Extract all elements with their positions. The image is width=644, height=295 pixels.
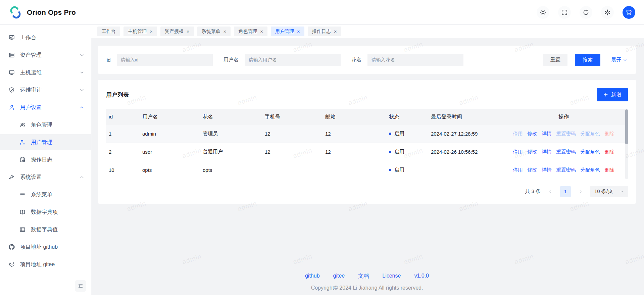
close-icon[interactable]: × — [150, 29, 153, 34]
search-field-label: 花名 — [351, 57, 361, 63]
table-scrollbar[interactable] — [625, 109, 628, 179]
tab-label: 用户管理 — [275, 29, 294, 35]
action-detail[interactable]: 详情 — [542, 149, 552, 155]
sidebar-item-label: 用户设置 — [20, 104, 42, 111]
chevron-down-icon — [620, 190, 624, 194]
prev-page-button[interactable] — [546, 187, 555, 196]
tab-system-menu[interactable]: 系统菜单× — [197, 27, 231, 36]
search-card: id用户名花名 重置 搜索 展开 — [98, 46, 636, 74]
sidebar-item-system-settings[interactable]: 系统设置 — [0, 169, 91, 185]
close-icon[interactable]: × — [260, 29, 263, 34]
action-assign-role[interactable]: 分配角色 — [581, 167, 600, 173]
sidebar-item-host-ops[interactable]: 主机运维 — [0, 64, 91, 81]
tab-role-mgmt[interactable]: 角色管理× — [234, 27, 267, 36]
footer-link-xx[interactable]: 文档 — [358, 273, 369, 280]
close-icon[interactable]: × — [334, 29, 337, 34]
sidebar-item-user-mgmt[interactable]: 用户管理 — [0, 134, 91, 150]
footer-link-github[interactable]: github — [305, 273, 320, 280]
page-number-button[interactable]: 1 — [560, 186, 571, 197]
tab-label: 资产授权 — [165, 29, 184, 35]
settings-icon — [604, 9, 611, 16]
action-detail[interactable]: 详情 — [542, 167, 552, 173]
action-reset-password[interactable]: 重置密码 — [556, 149, 576, 155]
dict-table-icon — [19, 227, 26, 233]
sidebar: 工作台资产管理主机运维运维审计用户设置角色管理用户管理操作日志系统设置系统菜单数… — [0, 25, 91, 295]
action-edit[interactable]: 修改 — [528, 131, 537, 137]
roles-icon — [19, 122, 26, 128]
theme-icon — [540, 9, 546, 16]
action-disable[interactable]: 停用 — [513, 167, 523, 173]
tab-op-log[interactable]: 操作日志× — [308, 27, 341, 36]
sidebar-item-system-menu[interactable]: 系统菜单 — [0, 187, 91, 203]
footer-link-gitee[interactable]: gitee — [333, 273, 345, 280]
sidebar-item-role-mgmt[interactable]: 角色管理 — [0, 117, 91, 133]
sidebar-item-label: 运维审计 — [20, 87, 42, 94]
action-detail[interactable]: 详情 — [542, 131, 552, 137]
scrollbar-thumb[interactable] — [625, 109, 628, 144]
page-size-select[interactable]: 10 条/页 — [590, 186, 628, 197]
search-nickname-input[interactable] — [367, 54, 463, 66]
search-field-nickname: 花名 — [351, 54, 463, 66]
cell-actions: 停用修改详情重置密码分配角色删除 — [499, 167, 628, 173]
tab-user-mgmt[interactable]: 用户管理× — [271, 27, 304, 36]
pagination: 共 3 条 1 10 条/页 — [106, 186, 628, 197]
table-row: 2user普通用户1212启用2024-02-26 10:56:52停用修改详情… — [106, 143, 628, 161]
top-bar: Orion Ops Pro 管 — [0, 0, 644, 25]
settings-button[interactable] — [601, 6, 614, 19]
tab-host-mgmt[interactable]: 主机管理× — [123, 27, 157, 36]
tab-workbench[interactable]: 工作台 — [97, 27, 120, 36]
menu-lines-icon — [19, 192, 26, 198]
fullscreen-button[interactable] — [558, 6, 571, 19]
search-button[interactable]: 搜索 — [575, 54, 600, 66]
dict-book-icon — [19, 209, 26, 215]
reset-button[interactable]: 重置 — [543, 54, 567, 66]
sidebar-item-github[interactable]: 项目地址 github — [0, 239, 91, 255]
avatar[interactable]: 管 — [623, 6, 635, 19]
tab-label: 工作台 — [102, 29, 116, 35]
refresh-button[interactable] — [580, 6, 592, 19]
host-icon — [9, 69, 15, 76]
workbench-icon — [9, 35, 15, 41]
footer-link-License[interactable]: License — [382, 273, 401, 280]
action-delete[interactable]: 删除 — [605, 149, 614, 155]
cell-email: 12 — [323, 149, 386, 155]
action-edit[interactable]: 修改 — [528, 149, 537, 155]
chevron-down-icon — [80, 88, 84, 92]
cell-username: user — [140, 149, 200, 155]
action-delete[interactable]: 删除 — [605, 167, 614, 173]
sidebar-item-dict-value[interactable]: 数据字典值 — [0, 222, 91, 238]
app-title: Orion Ops Pro — [27, 8, 76, 16]
action-disable[interactable]: 停用 — [513, 149, 523, 155]
collapse-sidebar-button[interactable] — [75, 280, 86, 292]
fullscreen-icon — [561, 9, 568, 16]
action-assign-role: 分配角色 — [581, 131, 600, 137]
footer-links: githubgitee文档Licensev1.0.0 — [98, 273, 636, 280]
action-assign-role[interactable]: 分配角色 — [581, 149, 600, 155]
expand-toggle[interactable]: 展开 — [611, 57, 627, 63]
action-reset-password[interactable]: 重置密码 — [556, 167, 576, 173]
add-user-button[interactable]: 新增 — [597, 88, 628, 101]
close-icon[interactable]: × — [187, 29, 190, 34]
tab-asset-auth[interactable]: 资产授权× — [160, 27, 194, 36]
footer-link-v1.0.0[interactable]: v1.0.0 — [414, 273, 429, 280]
status-dot-icon — [389, 169, 391, 171]
theme-button[interactable] — [537, 6, 549, 19]
action-disable: 停用 — [513, 131, 523, 137]
sidebar-item-user-settings[interactable]: 用户设置 — [0, 99, 91, 115]
sidebar-item-workbench[interactable]: 工作台 — [0, 30, 91, 46]
sidebar-item-gitee[interactable]: 项目地址 gitee — [0, 256, 91, 273]
sidebar-item-op-log[interactable]: 操作日志 — [0, 152, 91, 168]
next-page-button[interactable] — [576, 187, 585, 196]
sidebar-item-asset-mgmt[interactable]: 资产管理 — [0, 47, 91, 63]
close-icon[interactable]: × — [224, 29, 227, 34]
close-icon[interactable]: × — [297, 29, 300, 34]
sidebar-item-ops-audit[interactable]: 运维审计 — [0, 82, 91, 98]
status-dot-icon — [389, 133, 391, 135]
column-header: 花名 — [200, 113, 262, 120]
action-edit[interactable]: 修改 — [528, 167, 537, 173]
search-username-input[interactable] — [245, 54, 341, 66]
audit-icon — [9, 87, 15, 93]
sidebar-item-dict-item[interactable]: 数据字典项 — [0, 204, 91, 220]
column-header: 手机号 — [262, 113, 323, 120]
search-id-input[interactable] — [117, 54, 213, 66]
